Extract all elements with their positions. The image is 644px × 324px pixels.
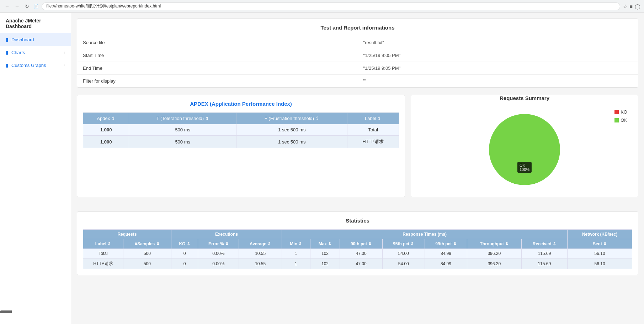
stats-group-header: Executions xyxy=(171,230,282,239)
legend-item-ok: OK xyxy=(614,117,627,123)
stats-cell-ko: 0 xyxy=(171,249,198,258)
pie-legend: KO OK xyxy=(614,109,627,123)
app: Apache JMeter Dashboard ▮ Dashboard ▮ Ch… xyxy=(0,13,644,324)
stats-cell-label: HTTP请求 xyxy=(83,258,123,269)
report-info-row: End Time"1/25/19 9:05 PM" xyxy=(77,62,638,75)
sidebar-item-dashboard-label: Dashboard xyxy=(11,37,34,42)
security-icon: 📄 xyxy=(33,4,39,9)
stats-cell-p90: 47.00 xyxy=(340,249,382,258)
stats-cell-p90: 47.00 xyxy=(340,258,382,269)
stats-cell-p95: 54.00 xyxy=(382,249,425,258)
sidebar-item-customs-graphs[interactable]: ▮ Customs Graphs ‹ xyxy=(0,59,71,72)
sidebar-item-dashboard[interactable]: ▮ Dashboard xyxy=(0,33,71,46)
legend-item-ko: KO xyxy=(614,109,627,115)
report-info-row: Source file"result.txt" xyxy=(77,36,638,49)
stats-sub-header[interactable]: Error % ⇕ xyxy=(198,239,239,249)
stats-sub-header[interactable]: #Samples ⇕ xyxy=(123,239,171,249)
apdex-row: 1.000500 ms1 sec 500 msHTTP请求 xyxy=(83,136,399,148)
app-title: Apache JMeter Dashboard xyxy=(0,13,71,33)
apdex-cell-t: 500 ms xyxy=(129,136,236,148)
stats-sub-header[interactable]: Average ⇕ xyxy=(239,239,282,249)
sidebar-item-charts[interactable]: ▮ Charts ‹ xyxy=(0,46,71,59)
stats-cell-sent: 56.10 xyxy=(568,249,632,258)
stats-cell-throughput: 396.20 xyxy=(467,258,521,269)
apdex-row: 1.000500 ms1 sec 500 msTotal xyxy=(83,124,399,136)
sidebar-item-charts-label: Charts xyxy=(11,50,25,55)
stats-cell-received: 115.69 xyxy=(521,249,568,258)
apdex-cell-label: HTTP请求 xyxy=(347,136,399,148)
report-info-label: End Time xyxy=(77,62,358,75)
customs-graphs-chevron-icon: ‹ xyxy=(64,63,65,67)
ext-icon[interactable]: ■ xyxy=(630,4,633,9)
apdex-cell-apdex: 1.000 xyxy=(83,136,129,148)
report-info-row: Filter for display"" xyxy=(77,75,638,88)
apdex-card: APDEX (Application Performance Index) Ap… xyxy=(77,95,405,197)
sidebar-item-customs-graphs-label: Customs Graphs xyxy=(11,63,46,68)
stats-sub-header[interactable]: 95th pct ⇕ xyxy=(382,239,425,249)
stats-cell-avg: 10.55 xyxy=(239,258,282,269)
statistics-inner: RequestsExecutionsResponse Times (ms)Net… xyxy=(77,229,638,275)
stats-group-header: Requests xyxy=(83,230,171,239)
stats-group-header: Network (KB/sec) xyxy=(568,230,632,239)
stats-cell-min: 1 xyxy=(282,258,310,269)
stats-row: Total50000.00%10.55110247.0054.0084.9939… xyxy=(83,249,632,258)
report-info-title: Test and Report informations xyxy=(77,19,638,36)
apdex-card-inner: Apdex ⇕T (Toleration threshold) ⇕F (Frus… xyxy=(77,113,405,157)
report-info-label: Source file xyxy=(77,36,358,49)
dashboard-icon: ▮ xyxy=(6,37,9,42)
apdex-cell-f: 1 sec 500 ms xyxy=(236,136,347,148)
stats-cell-avg: 10.55 xyxy=(239,249,282,258)
apdex-col-header[interactable]: Apdex ⇕ xyxy=(83,113,129,124)
svg-point-0 xyxy=(489,114,560,185)
back-button[interactable]: ← xyxy=(4,3,11,10)
stats-sub-header[interactable]: 90th pct ⇕ xyxy=(340,239,382,249)
sidebar-item-customs-graphs-left: ▮ Customs Graphs xyxy=(6,62,46,68)
apdex-cell-label: Total xyxy=(347,124,399,136)
legend-ok-label: OK xyxy=(621,117,627,123)
sidebar: Apache JMeter Dashboard ▮ Dashboard ▮ Ch… xyxy=(0,13,71,324)
pie-wrapper: OK 100% xyxy=(485,110,564,190)
charts-chevron-icon: ‹ xyxy=(64,50,65,54)
stats-cell-p95: 54.00 xyxy=(382,258,425,269)
stats-cell-min: 1 xyxy=(282,249,310,258)
stats-cell-received: 115.69 xyxy=(521,258,568,269)
report-info-card: Test and Report informations Source file… xyxy=(77,19,638,88)
apdex-title: APDEX (Application Performance Index) xyxy=(77,95,405,110)
report-info-value: "" xyxy=(358,75,638,88)
stats-sub-header[interactable]: Throughput ⇕ xyxy=(467,239,521,249)
requests-summary-body: OK 100% KO OK xyxy=(411,107,638,197)
apdex-col-header[interactable]: Label ⇕ xyxy=(347,113,399,124)
report-info-table: Source file"result.txt"Start Time"1/25/1… xyxy=(77,36,638,87)
bookmark-star-icon[interactable]: ☆ xyxy=(623,4,628,9)
forward-button[interactable]: → xyxy=(14,3,21,10)
stats-cell-error: 0.00% xyxy=(198,249,239,258)
stats-sub-header[interactable]: 99th pct ⇕ xyxy=(425,239,467,249)
stats-sub-header[interactable]: Received ⇕ xyxy=(521,239,568,249)
apdex-col-header[interactable]: F (Frustration threshold) ⇕ xyxy=(236,113,347,124)
statistics-table: RequestsExecutionsResponse Times (ms)Net… xyxy=(83,229,632,269)
stats-cell-throughput: 396.20 xyxy=(467,249,521,258)
stats-sub-header[interactable]: Label ⇕ xyxy=(83,239,123,249)
reload-button[interactable]: ↻ xyxy=(23,3,31,10)
stats-sub-header[interactable]: Min ⇕ xyxy=(282,239,310,249)
stats-sub-header[interactable]: Sent ⇕ xyxy=(568,239,632,249)
report-info-label: Filter for display xyxy=(77,75,358,88)
stats-cell-error: 0.00% xyxy=(198,258,239,269)
customs-graphs-icon: ▮ xyxy=(6,62,9,68)
legend-ko-label: KO xyxy=(621,109,627,115)
stats-sub-header[interactable]: KO ⇕ xyxy=(171,239,198,249)
two-col-section: APDEX (Application Performance Index) Ap… xyxy=(77,95,638,204)
apdex-col-header[interactable]: T (Toleration threshold) ⇕ xyxy=(129,113,236,124)
apdex-cell-t: 500 ms xyxy=(129,124,236,136)
stats-row: HTTP请求50000.00%10.55110247.0054.0084.993… xyxy=(83,258,632,269)
statistics-card: Statistics RequestsExecutionsResponse Ti… xyxy=(77,211,638,275)
ok-color-swatch xyxy=(614,118,619,122)
stats-cell-samples: 500 xyxy=(123,258,171,269)
profile-icon[interactable]: ◯ xyxy=(635,4,640,9)
stats-sub-header[interactable]: Max ⇕ xyxy=(310,239,340,249)
address-bar[interactable] xyxy=(42,2,620,10)
browser-bar: ← → ↻ 📄 ☆ ■ ◯ xyxy=(0,0,644,13)
stats-cell-max: 102 xyxy=(310,249,340,258)
stats-cell-ko: 0 xyxy=(171,258,198,269)
stats-cell-p99: 84.99 xyxy=(425,258,467,269)
